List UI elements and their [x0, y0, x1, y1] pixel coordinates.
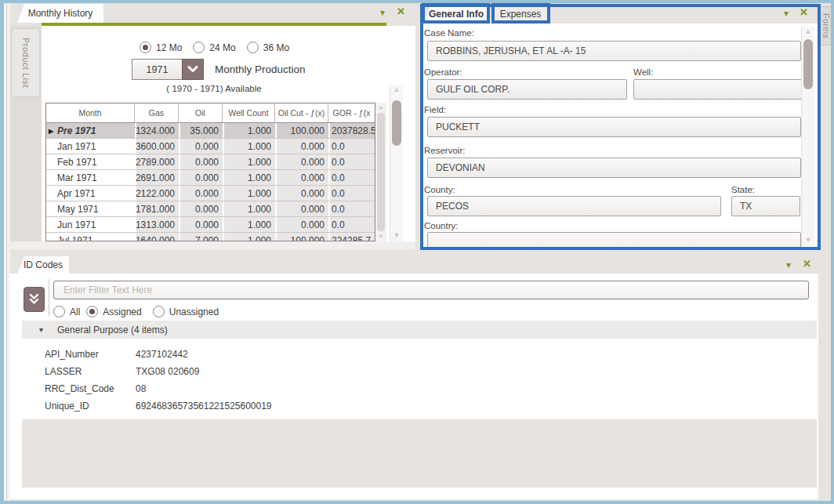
- case-name-field[interactable]: ROBBINS, JERUSHA, ET AL -A- 15: [427, 41, 801, 61]
- id-code-value: TXG08 020609: [136, 366, 199, 377]
- county-field[interactable]: PECOS: [427, 196, 721, 216]
- forms-tab-label: Forms: [821, 13, 831, 38]
- tab-general-info[interactable]: General Info: [424, 4, 488, 24]
- list-item[interactable]: LASSER TXG08 020609: [9, 363, 804, 380]
- scroll-up-icon[interactable]: ▲: [375, 103, 386, 112]
- production-table-header: Month Gas Oil Well Count Oil Cut - ƒ(x) …: [46, 103, 375, 123]
- general-info-scrollbar-thumb[interactable]: [803, 39, 813, 89]
- monthly-history-scrollbar-thumb[interactable]: [392, 100, 401, 146]
- radio-24mo-label: 24 Mo: [209, 42, 235, 53]
- tab-monthly-history-label: Monthly History: [28, 8, 93, 19]
- radio-assigned[interactable]: [86, 306, 98, 317]
- country-field[interactable]: [427, 232, 801, 248]
- tab-expenses[interactable]: Expenses: [492, 5, 549, 24]
- table-row[interactable]: Apr 1971 2122.000 0.000 1.000 0.000 0.0: [46, 186, 375, 201]
- table-scrollbar-thumb[interactable]: [377, 113, 385, 231]
- reservoir-label: Reservoir:: [424, 146, 465, 155]
- radio-unassigned-label: Unassigned: [169, 306, 219, 317]
- id-codes-close-icon[interactable]: ✕: [803, 259, 811, 269]
- radio-all[interactable]: [53, 306, 65, 317]
- column-header-gor[interactable]: GOR - ƒ(x: [328, 103, 375, 122]
- column-header-month[interactable]: Month: [46, 103, 135, 122]
- radio-36mo-label: 36 Mo: [263, 42, 289, 53]
- radio-12mo[interactable]: [140, 42, 151, 53]
- production-table: Month Gas Oil Well Count Oil Cut - ƒ(x) …: [45, 103, 375, 241]
- general-info-close-icon[interactable]: ✕: [800, 7, 808, 17]
- radio-unassigned[interactable]: [153, 306, 165, 317]
- scroll-down-icon[interactable]: ▼: [390, 230, 403, 240]
- group-header-general-purpose[interactable]: ▾ General Purpose (4 items): [22, 321, 817, 339]
- sidebar-tab-forms[interactable]: Forms: [820, 6, 832, 45]
- column-header-gas[interactable]: Gas: [135, 103, 179, 122]
- table-row[interactable]: Jan 1971 3600.000 0.000 1.000 0.000 0.0: [46, 139, 375, 154]
- field-field[interactable]: PUCKETT: [427, 117, 801, 137]
- tab-id-codes-label: ID Codes: [24, 259, 63, 270]
- monthly-history-close-icon[interactable]: ✕: [397, 6, 405, 16]
- table-row[interactable]: Jul 1971 1640.000 7.000 1.000 100.000 22…: [46, 233, 375, 241]
- period-radio-group: 12 Mo 24 Mo 36 Mo: [140, 41, 300, 54]
- radio-36mo[interactable]: [247, 42, 259, 53]
- collapse-arrow-icon[interactable]: ▾: [39, 325, 43, 334]
- scroll-up-icon[interactable]: ▲: [390, 85, 403, 94]
- id-codes-list-background: [22, 419, 817, 488]
- column-header-oil[interactable]: Oil: [179, 103, 223, 122]
- tab-monthly-history[interactable]: Monthly History: [17, 4, 103, 23]
- id-code-name: LASSER: [45, 366, 82, 377]
- radio-24mo[interactable]: [193, 42, 205, 53]
- toolbar-divider: [49, 279, 49, 316]
- reservoir-field[interactable]: DEVONIAN: [427, 158, 801, 178]
- table-row[interactable]: Mar 1971 2691.000 0.000 1.000 0.000 0.0: [46, 170, 375, 186]
- year-combo-row: 1971 Monthly Production: [132, 59, 306, 80]
- scroll-up-icon[interactable]: ▲: [802, 27, 814, 36]
- case-name-label: Case Name:: [424, 28, 474, 38]
- monthly-production-title: Monthly Production: [215, 63, 306, 75]
- monthly-history-menu-caret-icon[interactable]: ▾: [380, 8, 385, 17]
- monthly-history-panel: 12 Mo 24 Mo 36 Mo 1971 Monthly Productio…: [42, 26, 415, 241]
- table-row[interactable]: ▶Pre 1971 71324.000 35.000 1.000 100.000…: [46, 123, 375, 139]
- column-header-well-count[interactable]: Well Count: [223, 103, 275, 122]
- monthly-history-bottom-edge: [10, 241, 415, 249]
- available-range-text: ( 1970 - 1971) Available: [42, 84, 386, 93]
- scroll-down-icon[interactable]: ▼: [375, 232, 386, 241]
- operator-field[interactable]: GULF OIL CORP.: [427, 79, 627, 100]
- scroll-down-icon[interactable]: ▼: [802, 235, 814, 245]
- state-field[interactable]: TX: [731, 196, 800, 216]
- well-field[interactable]: [633, 79, 802, 100]
- table-row[interactable]: Jun 1971 1313.000 0.000 1.000 0.000 0.0: [46, 217, 375, 233]
- id-code-value: 69246836573561221525600019: [136, 401, 272, 412]
- operator-label: Operator:: [424, 67, 462, 77]
- product-list-label: Product List: [21, 38, 31, 88]
- general-info-menu-caret-icon[interactable]: ▾: [784, 9, 789, 18]
- double-chevron-down-icon: [29, 299, 39, 305]
- table-row[interactable]: May 1971 1781.000 0.000 1.000 0.000 0.0: [46, 201, 375, 217]
- list-item[interactable]: Unique_ID 69246836573561221525600019: [9, 397, 804, 415]
- filter-input[interactable]: [53, 281, 809, 299]
- county-label: County:: [424, 185, 455, 194]
- id-code-name: Unique_ID: [45, 401, 89, 412]
- year-combo-dropdown-button[interactable]: [182, 59, 204, 80]
- monthly-history-scrollbar[interactable]: ▲ ▼: [390, 85, 403, 241]
- current-row-marker-icon: ▶: [49, 128, 53, 135]
- table-scrollbar[interactable]: ▲ ▼: [375, 103, 386, 241]
- id-code-value: 08: [136, 383, 146, 394]
- general-info-panel: Case Name: ROBBINS, JERUSHA, ET AL -A- 1…: [422, 24, 820, 248]
- id-code-name: RRC_Dist_Code: [45, 383, 114, 394]
- state-label: State:: [731, 185, 755, 194]
- sidebar-tab-product-list[interactable]: Product List: [11, 28, 40, 97]
- chevron-down-icon: [187, 66, 198, 73]
- group-header-label: General Purpose (4 items): [57, 325, 168, 335]
- year-combo-value[interactable]: 1971: [132, 59, 182, 80]
- country-label: Country:: [424, 221, 458, 230]
- tab-id-codes[interactable]: ID Codes: [17, 256, 69, 274]
- expand-options-button[interactable]: [24, 287, 45, 312]
- table-row[interactable]: Feb 1971 2789.000 0.000 1.000 0.000 0.0: [46, 154, 375, 170]
- tab-general-info-label: General Info: [429, 9, 484, 20]
- radio-all-label: All: [70, 306, 80, 317]
- general-info-scrollbar[interactable]: ▲ ▼: [801, 27, 814, 246]
- list-item[interactable]: API_Number 4237102442: [9, 346, 804, 363]
- radio-assigned-label: Assigned: [103, 306, 141, 317]
- assignment-radio-group: All Assigned Unassigned: [53, 305, 230, 318]
- list-item[interactable]: RRC_Dist_Code 08: [9, 380, 804, 397]
- column-header-oil-cut[interactable]: Oil Cut - ƒ(x): [275, 103, 328, 122]
- id-codes-menu-caret-icon[interactable]: ▾: [786, 260, 791, 270]
